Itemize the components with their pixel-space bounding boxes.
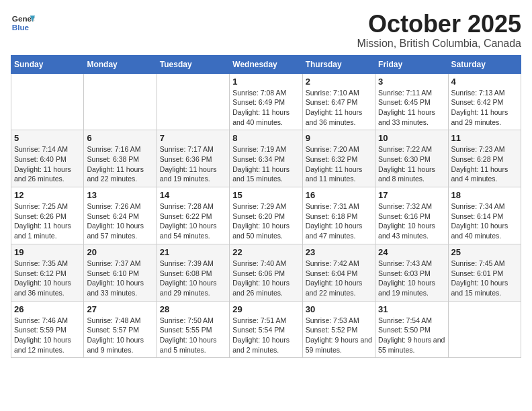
- calendar-cell: 19Sunrise: 7:35 AM Sunset: 6:12 PM Dayli…: [11, 244, 84, 301]
- day-number: 2: [306, 77, 372, 87]
- day-info: Sunrise: 7:22 AM Sunset: 6:30 PM Dayligh…: [378, 144, 445, 184]
- day-number: 17: [378, 190, 445, 200]
- calendar-cell: 22Sunrise: 7:40 AM Sunset: 6:06 PM Dayli…: [230, 244, 302, 301]
- logo-icon: General Blue: [11, 11, 35, 35]
- day-info: Sunrise: 7:50 AM Sunset: 5:55 PM Dayligh…: [160, 316, 226, 355]
- calendar-cell: 13Sunrise: 7:26 AM Sunset: 6:24 PM Dayli…: [84, 187, 157, 244]
- calendar-cell: 17Sunrise: 7:32 AM Sunset: 6:16 PM Dayli…: [375, 187, 448, 244]
- day-info: Sunrise: 7:46 AM Sunset: 5:59 PM Dayligh…: [14, 316, 81, 355]
- calendar-cell: 24Sunrise: 7:43 AM Sunset: 6:03 PM Dayli…: [375, 244, 448, 301]
- day-info: Sunrise: 7:37 AM Sunset: 6:10 PM Dayligh…: [87, 259, 153, 298]
- month-title: October 2025: [357, 11, 521, 38]
- calendar-week-2: 5Sunrise: 7:14 AM Sunset: 6:40 PM Daylig…: [11, 130, 521, 187]
- day-info: Sunrise: 7:13 AM Sunset: 6:42 PM Dayligh…: [451, 88, 518, 128]
- day-info: Sunrise: 7:32 AM Sunset: 6:16 PM Dayligh…: [378, 201, 445, 241]
- day-info: Sunrise: 7:48 AM Sunset: 5:57 PM Dayligh…: [87, 316, 153, 355]
- calendar-cell: 9Sunrise: 7:20 AM Sunset: 6:32 PM Daylig…: [302, 130, 375, 187]
- calendar: SundayMondayTuesdayWednesdayThursdayFrid…: [11, 55, 521, 359]
- day-info: Sunrise: 7:20 AM Sunset: 6:32 PM Dayligh…: [306, 144, 372, 184]
- day-number: 13: [87, 190, 153, 200]
- calendar-cell: 11Sunrise: 7:23 AM Sunset: 6:28 PM Dayli…: [448, 130, 521, 187]
- day-number: 6: [87, 133, 153, 143]
- weekday-header-wednesday: Wednesday: [230, 55, 302, 73]
- calendar-cell: 23Sunrise: 7:42 AM Sunset: 6:04 PM Dayli…: [302, 244, 375, 301]
- day-number: 24: [378, 247, 445, 257]
- calendar-cell: 29Sunrise: 7:51 AM Sunset: 5:54 PM Dayli…: [230, 301, 302, 358]
- day-number: 11: [451, 133, 518, 143]
- day-info: Sunrise: 7:14 AM Sunset: 6:40 PM Dayligh…: [14, 144, 81, 184]
- calendar-cell: 6Sunrise: 7:16 AM Sunset: 6:38 PM Daylig…: [84, 130, 157, 187]
- calendar-cell: 21Sunrise: 7:39 AM Sunset: 6:08 PM Dayli…: [157, 244, 229, 301]
- calendar-cell: 20Sunrise: 7:37 AM Sunset: 6:10 PM Dayli…: [84, 244, 157, 301]
- calendar-week-5: 26Sunrise: 7:46 AM Sunset: 5:59 PM Dayli…: [11, 301, 521, 358]
- day-info: Sunrise: 7:23 AM Sunset: 6:28 PM Dayligh…: [451, 144, 518, 184]
- calendar-cell: 28Sunrise: 7:50 AM Sunset: 5:55 PM Dayli…: [157, 301, 229, 358]
- day-info: Sunrise: 7:35 AM Sunset: 6:12 PM Dayligh…: [14, 259, 81, 298]
- day-number: 26: [14, 304, 81, 314]
- day-info: Sunrise: 7:42 AM Sunset: 6:04 PM Dayligh…: [306, 259, 372, 298]
- weekday-header-monday: Monday: [84, 55, 157, 73]
- day-info: Sunrise: 7:51 AM Sunset: 5:54 PM Dayligh…: [232, 316, 299, 355]
- calendar-cell: 3Sunrise: 7:11 AM Sunset: 6:45 PM Daylig…: [375, 73, 448, 130]
- weekday-header-thursday: Thursday: [302, 55, 375, 73]
- day-info: Sunrise: 7:17 AM Sunset: 6:36 PM Dayligh…: [160, 144, 226, 184]
- day-number: 16: [306, 190, 372, 200]
- calendar-cell: 26Sunrise: 7:46 AM Sunset: 5:59 PM Dayli…: [11, 301, 84, 358]
- day-number: 29: [232, 304, 299, 314]
- day-number: 12: [14, 190, 81, 200]
- calendar-cell: 27Sunrise: 7:48 AM Sunset: 5:57 PM Dayli…: [84, 301, 157, 358]
- calendar-cell: 31Sunrise: 7:54 AM Sunset: 5:50 PM Dayli…: [375, 301, 448, 358]
- day-info: Sunrise: 7:43 AM Sunset: 6:03 PM Dayligh…: [378, 259, 445, 298]
- calendar-cell: 5Sunrise: 7:14 AM Sunset: 6:40 PM Daylig…: [11, 130, 84, 187]
- day-info: Sunrise: 7:54 AM Sunset: 5:50 PM Dayligh…: [378, 316, 445, 355]
- day-number: 28: [160, 304, 226, 314]
- calendar-cell: 16Sunrise: 7:31 AM Sunset: 6:18 PM Dayli…: [302, 187, 375, 244]
- day-info: Sunrise: 7:53 AM Sunset: 5:52 PM Dayligh…: [306, 316, 372, 355]
- day-info: Sunrise: 7:08 AM Sunset: 6:49 PM Dayligh…: [232, 88, 299, 128]
- calendar-week-3: 12Sunrise: 7:25 AM Sunset: 6:26 PM Dayli…: [11, 187, 521, 244]
- weekday-header-sunday: Sunday: [11, 55, 84, 73]
- day-number: 19: [14, 247, 81, 257]
- calendar-cell: [11, 73, 84, 130]
- day-number: 21: [160, 247, 226, 257]
- day-number: 15: [232, 190, 299, 200]
- day-info: Sunrise: 7:26 AM Sunset: 6:24 PM Dayligh…: [87, 201, 153, 241]
- calendar-cell: 10Sunrise: 7:22 AM Sunset: 6:30 PM Dayli…: [375, 130, 448, 187]
- weekday-header-row: SundayMondayTuesdayWednesdayThursdayFrid…: [11, 55, 521, 73]
- weekday-header-tuesday: Tuesday: [157, 55, 229, 73]
- day-info: Sunrise: 7:34 AM Sunset: 6:14 PM Dayligh…: [451, 201, 518, 241]
- weekday-header-friday: Friday: [375, 55, 448, 73]
- svg-text:Blue: Blue: [12, 23, 30, 32]
- calendar-cell: 14Sunrise: 7:28 AM Sunset: 6:22 PM Dayli…: [157, 187, 229, 244]
- day-number: 30: [306, 304, 372, 314]
- day-info: Sunrise: 7:11 AM Sunset: 6:45 PM Dayligh…: [378, 88, 445, 128]
- calendar-cell: [157, 73, 229, 130]
- title-area: October 2025 Mission, British Columbia, …: [357, 11, 521, 50]
- day-number: 22: [232, 247, 299, 257]
- day-info: Sunrise: 7:19 AM Sunset: 6:34 PM Dayligh…: [232, 144, 299, 184]
- calendar-cell: 8Sunrise: 7:19 AM Sunset: 6:34 PM Daylig…: [230, 130, 302, 187]
- day-info: Sunrise: 7:16 AM Sunset: 6:38 PM Dayligh…: [87, 144, 153, 184]
- day-info: Sunrise: 7:29 AM Sunset: 6:20 PM Dayligh…: [232, 201, 299, 241]
- day-info: Sunrise: 7:45 AM Sunset: 6:01 PM Dayligh…: [451, 259, 518, 298]
- day-number: 5: [14, 133, 81, 143]
- calendar-cell: 12Sunrise: 7:25 AM Sunset: 6:26 PM Dayli…: [11, 187, 84, 244]
- day-info: Sunrise: 7:28 AM Sunset: 6:22 PM Dayligh…: [160, 201, 226, 241]
- day-info: Sunrise: 7:39 AM Sunset: 6:08 PM Dayligh…: [160, 259, 226, 298]
- calendar-cell: 15Sunrise: 7:29 AM Sunset: 6:20 PM Dayli…: [230, 187, 302, 244]
- calendar-cell: 30Sunrise: 7:53 AM Sunset: 5:52 PM Dayli…: [302, 301, 375, 358]
- day-number: 23: [306, 247, 372, 257]
- logo: General Blue: [11, 11, 35, 35]
- weekday-header-saturday: Saturday: [448, 55, 521, 73]
- day-number: 8: [232, 133, 299, 143]
- day-info: Sunrise: 7:31 AM Sunset: 6:18 PM Dayligh…: [306, 201, 372, 241]
- day-info: Sunrise: 7:25 AM Sunset: 6:26 PM Dayligh…: [14, 201, 81, 241]
- day-number: 14: [160, 190, 226, 200]
- day-info: Sunrise: 7:40 AM Sunset: 6:06 PM Dayligh…: [232, 259, 299, 298]
- location-title: Mission, British Columbia, Canada: [357, 38, 521, 50]
- day-number: 25: [451, 247, 518, 257]
- calendar-cell: [84, 73, 157, 130]
- day-info: Sunrise: 7:10 AM Sunset: 6:47 PM Dayligh…: [306, 88, 372, 128]
- day-number: 4: [451, 77, 518, 87]
- day-number: 9: [306, 133, 372, 143]
